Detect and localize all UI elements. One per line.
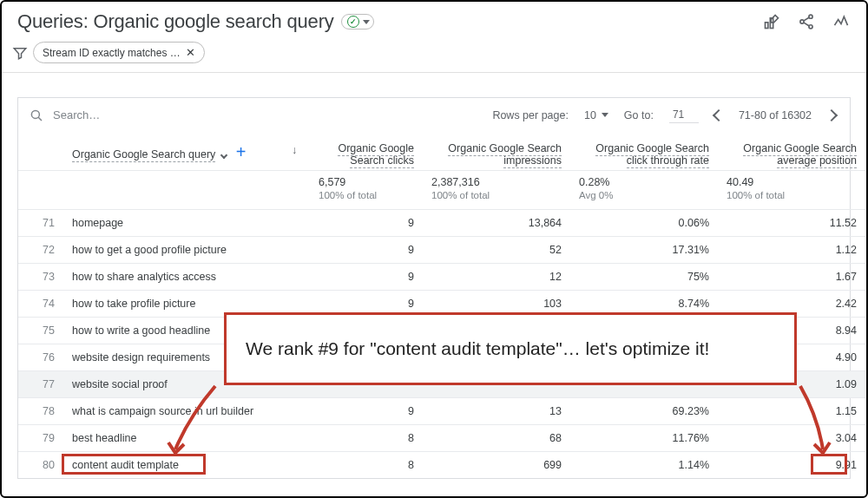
row-index: 77 (18, 371, 63, 398)
row-index: 73 (18, 264, 63, 291)
goto-label: Go to: (624, 109, 654, 121)
summary-row-sub: 100% of total 100% of total Avg 0% 100% … (18, 190, 865, 210)
row-impressions: 699 (423, 452, 570, 479)
search-input-wrap[interactable]: Search… (29, 108, 100, 123)
annotation-text: We rank #9 for "content audit template"…… (246, 338, 709, 359)
insights-icon[interactable] (832, 12, 851, 31)
row-query: how to get a good profile picture (63, 237, 279, 264)
row-impressions: 52 (423, 237, 570, 264)
row-index: 71 (18, 210, 63, 237)
row-index: 80 (18, 452, 63, 479)
header-left: Queries: Organic google search query ✓ (17, 10, 374, 33)
row-ctr: 69.23% (570, 398, 718, 425)
row-query: homepage (63, 210, 279, 237)
row-impressions: 12 (423, 264, 570, 291)
header-actions (762, 12, 851, 31)
row-clicks: 9 (310, 237, 423, 264)
row-avg-position: 1.15 (718, 398, 865, 425)
rows-per-page-select[interactable]: 10 (584, 109, 608, 121)
filter-icon[interactable] (12, 45, 28, 61)
svg-point-5 (31, 110, 39, 118)
row-avg-position: 9.91 (718, 452, 865, 479)
column-clicks[interactable]: Organic Google Search clicks (310, 130, 423, 171)
table-row[interactable]: 71homepage913,8640.06%11.52 (18, 210, 865, 237)
row-clicks: 8 (310, 425, 423, 452)
rows-per-page-value: 10 (584, 109, 596, 121)
row-query: best headline (63, 425, 279, 452)
row-avg-position: 1.67 (718, 264, 865, 291)
row-impressions: 13 (423, 398, 570, 425)
title-prefix: Queries: (17, 10, 89, 32)
report-card: Search… Rows per page: 10 Go to: 71-80 o… (17, 97, 851, 479)
caret-down-icon (602, 113, 608, 117)
column-ctr[interactable]: Organic Google Search click through rate (570, 130, 718, 171)
row-ctr: 17.31% (570, 237, 718, 264)
row-clicks: 9 (310, 264, 423, 291)
filter-chip-stream-id[interactable]: Stream ID exactly matches … ✕ (33, 42, 205, 63)
row-impressions: 68 (423, 425, 570, 452)
table-row[interactable]: 78what is campaign source in url builder… (18, 398, 865, 425)
filter-row: Stream ID exactly matches … ✕ (2, 38, 866, 73)
row-ctr: 0.06% (570, 210, 718, 237)
table-row[interactable]: 73how to share analytics access91275%1.6… (18, 264, 865, 291)
share-icon[interactable] (797, 12, 816, 31)
search-placeholder: Search… (53, 108, 100, 121)
summary-row: 6,579 2,387,316 0.28% 40.49 (18, 171, 865, 191)
row-avg-position: 11.52 (718, 210, 865, 237)
column-avg-position[interactable]: Organic Google Search average position (718, 130, 865, 171)
search-icon (29, 108, 44, 123)
page-next-icon[interactable] (825, 108, 838, 121)
page-prev-icon[interactable] (713, 108, 725, 121)
row-ctr: 11.76% (570, 425, 718, 452)
row-query: what is campaign source in url builder (63, 398, 279, 425)
column-impressions[interactable]: Organic Google Search impressions (423, 130, 570, 171)
row-index: 74 (18, 291, 63, 318)
row-avg-position: 3.04 (718, 425, 865, 452)
row-query: how to share analytics access (63, 264, 279, 291)
row-avg-position: 1.12 (718, 237, 865, 264)
queries-table: Organic Google Search query + ↓ Organic … (18, 130, 865, 478)
caret-down-icon (220, 152, 227, 159)
row-query: content audit template (63, 452, 279, 479)
row-index: 72 (18, 237, 63, 264)
pagination: Rows per page: 10 Go to: 71-80 of 16302 (492, 107, 836, 123)
row-index: 76 (18, 344, 63, 371)
row-impressions: 13,864 (423, 210, 570, 237)
header-bar: Queries: Organic google search query ✓ (2, 2, 866, 38)
row-index: 75 (18, 318, 63, 344)
svg-rect-0 (766, 23, 768, 29)
caret-down-icon (363, 20, 370, 24)
row-ctr: 1.14% (570, 452, 718, 479)
checkmark-icon: ✓ (347, 16, 359, 28)
table-row[interactable]: 72how to get a good profile picture95217… (18, 237, 865, 264)
add-dimension-icon[interactable]: + (236, 142, 247, 161)
row-clicks: 9 (310, 210, 423, 237)
page-range-text: 71-80 of 16302 (739, 109, 812, 121)
row-ctr: 75% (570, 264, 718, 291)
row-index: 78 (18, 398, 63, 425)
rows-per-page-label: Rows per page: (492, 109, 569, 121)
status-badge-dropdown[interactable]: ✓ (341, 14, 374, 29)
annotation-callout: We rank #9 for "content audit template"…… (224, 312, 797, 385)
table-row[interactable]: 80content audit template86991.14%9.91 (18, 452, 865, 479)
table-row[interactable]: 79best headline86811.76%3.04 (18, 425, 865, 452)
row-clicks: 8 (310, 452, 423, 479)
row-clicks: 9 (310, 398, 423, 425)
row-index: 79 (18, 425, 63, 452)
goto-input[interactable] (669, 107, 699, 123)
title-main: Organic google search query (93, 10, 333, 32)
sort-indicator[interactable]: ↓ (279, 130, 310, 171)
filter-chip-label: Stream ID exactly matches … (43, 47, 181, 59)
column-query[interactable]: Organic Google Search query + (63, 130, 279, 171)
card-toolbar: Search… Rows per page: 10 Go to: 71-80 o… (18, 98, 850, 130)
chip-close-icon[interactable]: ✕ (186, 46, 195, 59)
chart-edit-icon[interactable] (762, 12, 781, 31)
page-title: Queries: Organic google search query (17, 10, 334, 33)
